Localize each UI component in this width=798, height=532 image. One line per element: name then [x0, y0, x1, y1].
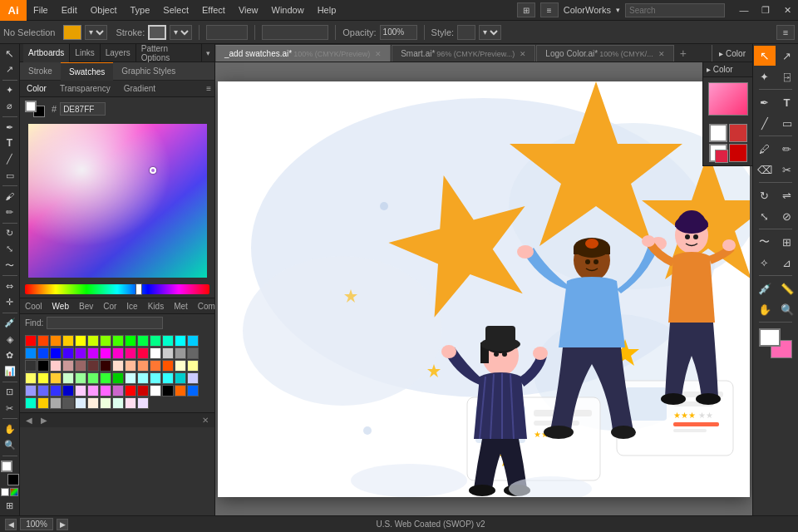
- tool-measure-r[interactable]: 📏: [776, 278, 798, 298]
- mini-swatch-white[interactable]: [709, 124, 727, 142]
- doc-tab-2-close[interactable]: ✕: [520, 50, 526, 58]
- swatch-cell[interactable]: [75, 335, 86, 347]
- swatch-tab-kids[interactable]: Kids: [143, 298, 169, 314]
- tool-eraser-r[interactable]: ⌫: [754, 160, 776, 180]
- tab-layers[interactable]: Layers: [101, 44, 136, 62]
- swatch-cell[interactable]: [137, 360, 149, 372]
- swatch-cell[interactable]: [162, 347, 174, 359]
- menu-help[interactable]: Help: [311, 0, 343, 21]
- swatch-cell[interactable]: [187, 335, 199, 347]
- doc-tab-1[interactable]: _add swatches.ai* 100% (CMYK/Preview) ✕: [215, 45, 391, 62]
- swatch-cell[interactable]: [87, 385, 99, 397]
- fill-mini[interactable]: [25, 101, 37, 112]
- tool-direct-selection[interactable]: ↗: [1, 62, 19, 76]
- swatch-cell[interactable]: [87, 335, 99, 347]
- swatch-cell[interactable]: [112, 360, 124, 372]
- maximize-button[interactable]: ❐: [755, 0, 776, 21]
- swatch-tab-bev[interactable]: Bev: [74, 298, 98, 314]
- swatch-cell[interactable]: [87, 360, 99, 372]
- zoom-next-btn[interactable]: ▶: [57, 519, 68, 530]
- tool-width[interactable]: ⇔: [1, 278, 19, 293]
- swatch-cell[interactable]: [100, 347, 111, 359]
- tool-artboard[interactable]: ⊡: [1, 385, 19, 400]
- menu-object[interactable]: Object: [84, 0, 124, 21]
- swatch-cell[interactable]: [150, 385, 161, 397]
- tool-warp[interactable]: 〜: [1, 258, 19, 273]
- menu-type[interactable]: Type: [124, 0, 157, 21]
- tool-blend[interactable]: ◈: [1, 332, 19, 347]
- tool-pen[interactable]: ✒: [1, 120, 19, 135]
- swatch-cell[interactable]: [150, 360, 161, 372]
- panel-options-btn[interactable]: ≡: [776, 25, 795, 40]
- swatch-cell[interactable]: [125, 372, 136, 384]
- tool-scale-r[interactable]: ⤡: [754, 206, 776, 226]
- tool-perspective-r[interactable]: ⊿: [776, 253, 798, 273]
- close-button[interactable]: ✕: [776, 0, 798, 21]
- swatch-cell[interactable]: [25, 372, 37, 384]
- swatch-cell[interactable]: [187, 372, 199, 384]
- tool-zoom[interactable]: 🔍: [1, 438, 19, 453]
- swatch-cell[interactable]: [37, 372, 49, 384]
- swatch-cell[interactable]: [62, 347, 74, 359]
- tool-free-transform-r[interactable]: ⊞: [776, 232, 798, 252]
- tool-lasso-r[interactable]: ⍈: [776, 66, 798, 86]
- tool-eyedropper[interactable]: 💉: [1, 316, 19, 331]
- doc-tab-1-close[interactable]: ✕: [375, 50, 382, 58]
- arrange-icon[interactable]: ⊞: [517, 2, 535, 17]
- hue-slider[interactable]: [25, 284, 209, 294]
- stroke-indicator[interactable]: [7, 474, 19, 485]
- swatch-cell[interactable]: [100, 397, 111, 409]
- arrange2-icon[interactable]: ≡: [540, 2, 559, 17]
- swatch-cell[interactable]: [137, 347, 149, 359]
- swatch-cell[interactable]: [150, 335, 161, 347]
- tool-hand-r[interactable]: ✋: [754, 299, 776, 319]
- cs-tab-swatches[interactable]: Swatches: [61, 62, 113, 81]
- swatch-cell[interactable]: [37, 335, 49, 347]
- swatch-cell[interactable]: [150, 372, 161, 384]
- swatch-cell[interactable]: [37, 360, 49, 372]
- swatch-cell[interactable]: [112, 347, 124, 359]
- panel-collapse-btn[interactable]: ▾: [202, 44, 214, 62]
- swatch-cell[interactable]: [100, 385, 111, 397]
- swatch-cell[interactable]: [50, 360, 62, 372]
- search-input[interactable]: [625, 3, 725, 17]
- tool-paintbrush[interactable]: 🖌: [1, 189, 19, 204]
- tab-pattern-options[interactable]: Pattern Options: [136, 44, 202, 62]
- swatch-cell[interactable]: [37, 385, 49, 397]
- swatch-cell[interactable]: [37, 347, 49, 359]
- tool-scissors-r[interactable]: ✂: [776, 160, 798, 180]
- tool-rotate-r[interactable]: ↻: [754, 185, 776, 205]
- tool-selection[interactable]: ↖: [1, 46, 19, 61]
- swatch-cell[interactable]: [87, 397, 99, 409]
- swatch-cell[interactable]: [50, 347, 62, 359]
- swatch-cell[interactable]: [112, 385, 124, 397]
- tool-reflect-r[interactable]: ⇌: [776, 185, 798, 205]
- find-input[interactable]: [47, 317, 163, 329]
- hex-input[interactable]: [60, 102, 106, 116]
- swatch-cell[interactable]: [50, 385, 62, 397]
- swatch-cell[interactable]: [162, 372, 174, 384]
- swatch-cell[interactable]: [87, 347, 99, 359]
- tool-rotate[interactable]: ↻: [1, 225, 19, 240]
- swatch-tab-cool[interactable]: Cool: [20, 298, 47, 314]
- change-screen-mode[interactable]: ⊞: [1, 499, 19, 514]
- panel-nav-next[interactable]: ▶: [38, 415, 50, 426]
- swatch-cell[interactable]: [137, 335, 149, 347]
- gradient-mode[interactable]: [10, 488, 18, 496]
- swatch-cell[interactable]: [62, 397, 74, 409]
- swatch-cell[interactable]: [175, 385, 186, 397]
- swatch-tab-cor[interactable]: Cor: [98, 298, 121, 314]
- swatch-cell[interactable]: [75, 347, 86, 359]
- swatch-tab-ice[interactable]: Ice: [121, 298, 142, 314]
- swatch-cell[interactable]: [137, 372, 149, 384]
- tool-build[interactable]: ✛: [1, 295, 19, 310]
- swatch-cell[interactable]: [50, 335, 62, 347]
- swatch-cell[interactable]: [87, 372, 99, 384]
- hue-thumb[interactable]: [135, 283, 142, 295]
- tool-warp-r[interactable]: 〜: [754, 232, 776, 252]
- menu-effect[interactable]: Effect: [195, 0, 232, 21]
- tool-shape-r[interactable]: ▭: [776, 113, 798, 133]
- opacity-input[interactable]: [380, 25, 417, 40]
- tool-select[interactable]: ↖: [754, 46, 776, 66]
- minimize-button[interactable]: —: [733, 0, 755, 21]
